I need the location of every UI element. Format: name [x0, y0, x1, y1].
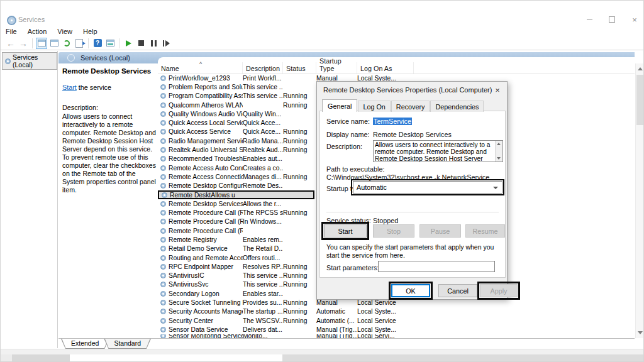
- toolbar-separator: [88, 38, 89, 48]
- restart-service-icon[interactable]: [160, 38, 172, 49]
- service-gear-icon: [160, 300, 166, 305]
- minimize-button[interactable]: [580, 14, 598, 25]
- startup-type-dropdown[interactable]: Automatic: [353, 181, 502, 194]
- service-gear-icon: [160, 255, 166, 261]
- service-name-value: TermService: [373, 118, 412, 125]
- startup-type-annotation: Automatic: [351, 179, 504, 195]
- back-icon[interactable]: ←: [6, 39, 15, 48]
- ok-button[interactable]: OK: [391, 284, 430, 297]
- help-icon[interactable]: ?: [92, 38, 103, 49]
- service-status-value: Stopped: [373, 217, 398, 224]
- service-gear-icon: [162, 192, 167, 198]
- display-name-value: Remote Desktop Services: [373, 131, 452, 138]
- general-tab-page: Service name: TermService Display name: …: [319, 111, 506, 278]
- tree-item-services-local[interactable]: Services (Local): [2, 52, 57, 70]
- service-gear-icon: [160, 111, 166, 117]
- apply-button[interactable]: Apply: [480, 284, 518, 297]
- table-row[interactable]: Security Accounts Manager The startup ..…: [158, 307, 635, 316]
- selected-service-title: Remote Desktop Services: [62, 67, 157, 75]
- start-service-icon[interactable]: [123, 38, 134, 49]
- pane-header-icon: [67, 54, 75, 62]
- scroll-down-icon[interactable]: [497, 157, 501, 160]
- dialog-tab[interactable]: Recovery: [391, 101, 430, 112]
- pause-button[interactable]: Pause: [419, 224, 461, 238]
- show-console-tree-icon[interactable]: [36, 38, 47, 49]
- service-gear-icon: [160, 201, 166, 207]
- scroll-down-icon[interactable]: [638, 331, 643, 334]
- service-gear-icon: [160, 138, 166, 144]
- service-gear-icon: [160, 93, 166, 99]
- view-tab[interactable]: Extended: [61, 339, 109, 349]
- scroll-up-icon[interactable]: [638, 67, 643, 70]
- services-app-icon: [7, 16, 16, 25]
- stop-service-icon[interactable]: [135, 38, 147, 49]
- sort-ascending-icon: ^: [199, 61, 202, 67]
- column-header-description[interactable]: Description: [243, 62, 283, 74]
- stop-button[interactable]: Stop: [373, 224, 414, 238]
- menu-item[interactable]: Help: [83, 28, 97, 35]
- start-service-link[interactable]: Start: [62, 84, 77, 91]
- properties-icon[interactable]: [48, 38, 60, 49]
- description-label: Description:: [62, 104, 98, 111]
- menu-item[interactable]: File: [6, 28, 17, 35]
- vertical-scrollbar[interactable]: [635, 63, 644, 338]
- pane-header-label: Services (Local): [80, 54, 130, 62]
- start-button-annotation: Start: [321, 222, 369, 240]
- table-row[interactable]: Security Center The WSCSV... Running Aut…: [158, 316, 635, 325]
- column-header-name[interactable]: ^Name: [158, 62, 243, 74]
- path-label: Path to executable:: [326, 165, 384, 173]
- restore-button[interactable]: [603, 14, 621, 25]
- service-gear-icon: [160, 183, 166, 189]
- service-gear-icon: [160, 264, 166, 270]
- title-bar: Services ×: [1, 1, 643, 26]
- desktop-segment: [12, 354, 70, 362]
- dialog-close-button[interactable]: ×: [492, 84, 503, 96]
- refresh-icon[interactable]: [61, 38, 72, 49]
- table-row[interactable]: Remote Desktop Services Allows user...: [158, 190, 314, 199]
- view-tab[interactable]: Standard: [104, 339, 151, 349]
- menu-item[interactable]: View: [57, 28, 72, 35]
- dialog-tab[interactable]: Log On: [358, 101, 390, 112]
- description-text: Allows users to connect interactively to…: [375, 141, 494, 162]
- service-gear-icon: [160, 327, 166, 332]
- resume-button[interactable]: Resume: [465, 224, 505, 238]
- close-button[interactable]: ×: [626, 14, 643, 25]
- show-action-pane-icon[interactable]: [104, 38, 116, 49]
- start-parameters-input[interactable]: [378, 261, 495, 272]
- start-button[interactable]: Start: [324, 224, 367, 238]
- service-gear-icon: [160, 318, 166, 324]
- scroll-up-icon[interactable]: [497, 143, 501, 145]
- cancel-button[interactable]: Cancel: [438, 284, 477, 297]
- window-title: Services: [18, 16, 45, 23]
- toolbar-separator: [32, 38, 33, 48]
- service-gear-icon: [160, 129, 166, 134]
- description-scrollbar[interactable]: [495, 141, 502, 162]
- separator: [326, 212, 499, 212]
- service-description: Allows users to connect interactively to…: [62, 112, 157, 194]
- menu-item[interactable]: Action: [28, 28, 47, 35]
- service-gear-icon: [160, 273, 166, 278]
- dialog-tab[interactable]: Dependencies: [430, 101, 484, 112]
- dialog-tabs: GeneralLog OnRecoveryDependencies: [322, 99, 484, 111]
- scrollbar-thumb[interactable]: [636, 75, 643, 125]
- pause-service-icon[interactable]: [148, 38, 159, 49]
- service-gear-icon: [160, 291, 166, 297]
- forward-icon[interactable]: →: [19, 39, 28, 48]
- table-row[interactable]: Sensor Monitoring Service Monito... Manu…: [158, 334, 635, 338]
- column-header-status[interactable]: Status: [283, 62, 316, 74]
- service-gear-icon: [160, 228, 166, 234]
- minimize-icon: [587, 19, 592, 20]
- column-header-log-on-as[interactable]: Log On As: [357, 62, 414, 74]
- service-gear-icon: [160, 75, 166, 81]
- service-gear-icon: [160, 147, 166, 153]
- table-row[interactable]: Sensor Data Service Delivers dat... Manu…: [158, 325, 635, 334]
- column-header-startup-type[interactable]: Startup Type: [316, 62, 357, 74]
- description-textbox[interactable]: Allows users to connect interactively to…: [373, 140, 503, 162]
- export-list-icon[interactable]: [74, 38, 85, 49]
- list-column-headers: ^Name Description Status Startup Type Lo…: [158, 62, 635, 74]
- services-console-window: Services × FileActionViewHelp ← → ? Serv…: [0, 0, 644, 362]
- dialog-tab[interactable]: General: [322, 99, 357, 112]
- chevron-down-icon: [493, 187, 498, 189]
- restore-icon: [609, 16, 615, 23]
- tree-item-label: Services (Local): [13, 53, 54, 69]
